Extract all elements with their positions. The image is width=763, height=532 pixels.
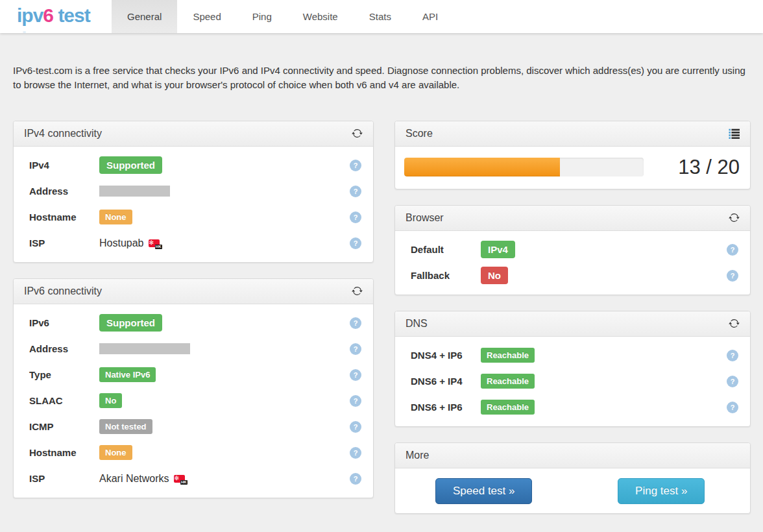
panel-body: DNS4 + IP6Reachable?DNS6 + IP4Reachable?… [395,337,750,426]
panel-header: IPv4 connectivity [14,121,373,147]
question-icon[interactable]: ? [350,369,361,381]
panel-title: IPv4 connectivity [24,128,102,139]
score-progress-track [404,158,644,176]
more-left-half: Speed test » [395,478,573,504]
refresh-icon[interactable] [352,285,363,296]
row-slaac: SLAACNo? [29,388,361,414]
row-address: Address? [29,178,361,204]
row-value: Reachable [481,400,721,415]
question-icon[interactable]: ? [727,350,738,361]
panel-title: IPv6 connectivity [24,285,102,297]
list-icon[interactable] [729,128,740,139]
question-icon[interactable]: ? [350,421,361,433]
logo-text: ipv6 test [17,5,90,26]
panel-body: IPv6Supported?Address?TypeNative IPv6?SL… [14,304,373,498]
panel-title: Browser [406,212,444,224]
row-value: Supported [99,314,345,332]
panel-browser: Browser DefaultIPv4?FallbackNo? [394,205,751,295]
panel-score: Score 13 / 20 [394,121,751,189]
panel-header: More [395,443,750,468]
row-label: Address [29,186,99,197]
tab-website[interactable]: Website [287,0,354,33]
panel-body: DefaultIPv4?FallbackNo? [395,231,750,295]
flag-icon-hk: HK [174,475,185,483]
question-icon[interactable]: ? [727,376,738,387]
row-label: Hostname [29,212,99,223]
row-value: HostupabHK [99,237,345,249]
refresh-icon[interactable] [729,318,740,329]
question-icon[interactable]: ? [350,186,361,197]
tab-api[interactable]: API [407,0,454,33]
redacted-address [99,186,170,197]
ping-test-button[interactable]: Ping test » [618,478,705,504]
row-value: No [481,267,721,284]
flag-code-label: HK [155,245,162,249]
panel-ipv4-connectivity: IPv4 connectivity IPv4Supported?Address?… [13,121,374,263]
panel-dns: DNS DNS4 + IP6Reachable?DNS6 + IP4Reacha… [394,311,751,427]
question-icon[interactable]: ? [350,212,361,223]
question-icon[interactable]: ? [350,237,361,249]
panel-body: 13 / 20 [395,147,750,189]
row-value: None [99,210,345,224]
site-logo[interactable]: ipv6 test ipv6 test [0,0,112,33]
row-label: Address [29,343,99,354]
row-label: Hostname [29,447,99,458]
panel-title: More [406,450,429,461]
row-type: TypeNative IPv6? [29,362,361,388]
isp-name: Akari Networks [99,473,169,485]
question-icon[interactable]: ? [350,447,361,459]
tab-speed[interactable]: Speed [177,0,236,33]
panel-title: DNS [406,318,428,330]
intro-text: IPv6-test.com is a free service that che… [13,64,750,92]
row-value: Native IPv6 [99,367,345,382]
speed-test-button[interactable]: Speed test » [435,478,532,504]
row-value: IPv4 [481,241,721,258]
panel-ipv6-connectivity: IPv6 connectivity IPv6Supported?Address?… [13,278,374,498]
score-value: 13 / 20 [644,156,740,179]
tab-ping[interactable]: Ping [237,0,287,33]
row-address: Address? [29,336,361,362]
panel-header: Score [395,121,750,147]
question-icon[interactable]: ? [350,343,361,355]
question-icon[interactable]: ? [350,317,361,329]
status-badge: None [99,210,132,224]
top-navbar: ipv6 test ipv6 test GeneralSpeedPingWebs… [0,0,763,33]
row-value: Reachable [481,374,721,389]
row-fallback: FallbackNo? [411,263,738,289]
status-badge: Supported [99,314,162,332]
logo-reflection: ipv6 test [17,26,90,33]
status-badge: Not tested [99,419,152,434]
status-badge: No [481,267,508,284]
row-value: Akari NetworksHK [99,473,345,485]
question-icon[interactable]: ? [727,270,738,282]
redacted-address [99,343,190,354]
row-hostname: HostnameNone? [29,204,361,230]
status-badge: Native IPv6 [99,367,156,382]
refresh-icon[interactable] [352,128,363,139]
row-label: SLAAC [29,395,99,406]
question-icon[interactable]: ? [350,473,361,485]
question-icon[interactable]: ? [350,395,361,407]
row-label: IPv6 [29,317,99,328]
tab-stats[interactable]: Stats [354,0,407,33]
question-icon[interactable]: ? [350,160,361,171]
row-default: DefaultIPv4? [411,237,738,263]
panel-header: IPv6 connectivity [14,279,373,304]
row-value: Supported [99,156,345,174]
row-label: IPv4 [29,160,99,171]
row-label: Default [411,244,481,255]
tab-general[interactable]: General [112,0,177,33]
row-value: Reachable [481,348,721,363]
row-label: DNS4 + IP6 [411,350,481,361]
panel-body: IPv4Supported?Address?HostnameNone?ISPHo… [14,147,373,262]
refresh-icon[interactable] [729,212,740,223]
row-dns6-ip4: DNS6 + IP4Reachable? [411,369,738,394]
more-right-half: Ping test » [573,478,751,504]
question-icon[interactable]: ? [727,402,738,413]
row-icmp: ICMPNot tested? [29,414,361,440]
nav-tabs: GeneralSpeedPingWebsiteStatsAPI [112,0,454,33]
status-badge: Reachable [481,374,535,389]
question-icon[interactable]: ? [727,244,738,256]
panel-body: Speed test » Ping test » [395,468,750,513]
left-column: IPv4 connectivity IPv4Supported?Address?… [13,121,374,529]
